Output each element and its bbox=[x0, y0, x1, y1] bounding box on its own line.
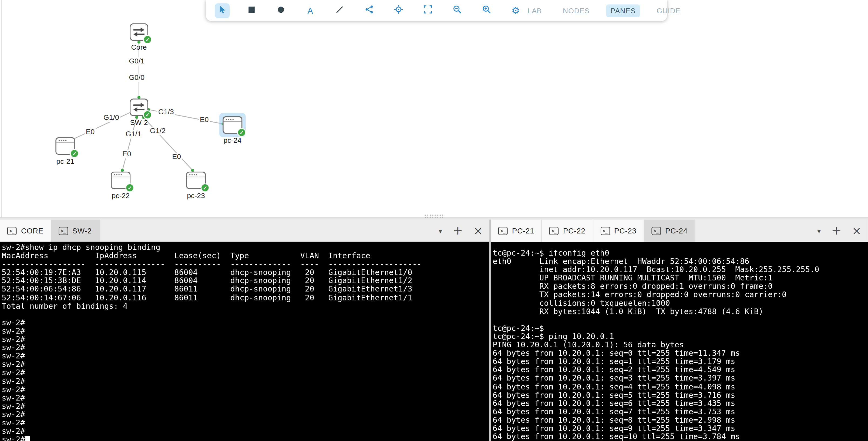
terminal-line bbox=[493, 316, 868, 324]
ellipse-icon bbox=[276, 5, 286, 16]
toolbar-tab-nodes[interactable]: NODES bbox=[558, 4, 594, 17]
switch-icon: ✓ bbox=[130, 99, 149, 116]
terminal-line: 52:54:00:06:54:86 10.20.0.117 86011 dhcp… bbox=[2, 285, 489, 294]
terminal-icon: >_ bbox=[7, 227, 17, 235]
pane-resize-handle[interactable] bbox=[424, 214, 445, 218]
terminal-line: sw-2# bbox=[2, 377, 489, 385]
terminal-icon: >_ bbox=[58, 227, 68, 235]
app-window: G0/1G0/0G1/0E0G1/3E0G1/1E0G1/2E0✓Core✓SW… bbox=[0, 0, 868, 441]
terminal-line bbox=[2, 310, 489, 318]
tool-connect[interactable] bbox=[361, 3, 376, 18]
interface-label: G1/3 bbox=[157, 108, 175, 116]
status-ok-icon: ✓ bbox=[126, 184, 133, 192]
terminal-line: RX bytes:1044 (1.0 KiB) TX bytes:4788 (4… bbox=[493, 307, 868, 316]
tool-fit-view[interactable] bbox=[420, 3, 435, 18]
tool-settings[interactable]: ⚙ bbox=[508, 3, 523, 18]
terminal-line: RX packets:8 errors:0 dropped:1 overruns… bbox=[493, 282, 868, 291]
terminal-line: sw-2# bbox=[2, 419, 489, 427]
terminal-cursor bbox=[25, 436, 30, 441]
terminal-icon: >_ bbox=[651, 227, 661, 235]
pane-close-button[interactable]: × bbox=[473, 225, 483, 236]
terminal-line: Total number of bindings: 4 bbox=[2, 302, 489, 310]
pane-controls: ▾ + × bbox=[439, 220, 489, 242]
toolbar-tab-guide[interactable]: GUIDE bbox=[652, 4, 685, 17]
line-icon bbox=[335, 5, 344, 16]
rect-icon bbox=[247, 5, 256, 16]
terminal-right[interactable]: tc@pc-24:~$ ifconfig eth0eth0 Link encap… bbox=[491, 242, 868, 441]
terminal-line: sw-2# bbox=[2, 344, 489, 352]
terminal-line: sw-2# bbox=[2, 385, 489, 394]
node-pc-21[interactable]: ✓pc-21 bbox=[55, 137, 75, 155]
terminal-line: 64 bytes from 10.20.0.1: seq=6 ttl=255 t… bbox=[493, 399, 868, 408]
tool-zoom-in[interactable] bbox=[479, 3, 494, 18]
node-core[interactable]: ✓Core bbox=[130, 23, 149, 41]
console-tab-pc-21[interactable]: >_PC-21 bbox=[491, 220, 542, 242]
console-tab-core[interactable]: >_CORE bbox=[0, 220, 51, 242]
toolbar-tab-group: LABNODESPANESGUIDE bbox=[523, 4, 685, 17]
topology-nodes: G0/1G0/0G1/0E0G1/3E0G1/1E0G1/2E0✓Core✓SW… bbox=[0, 0, 868, 217]
terminal-line: sw-2# bbox=[2, 410, 489, 419]
terminal-icon: >_ bbox=[498, 227, 508, 235]
node-label: Core bbox=[131, 43, 147, 52]
pane-add-button[interactable]: + bbox=[831, 225, 841, 237]
console-area: >_CORE>_SW-2 ▾ + × sw-2#show ip dhcp sno… bbox=[0, 220, 868, 441]
topology-canvas[interactable]: G0/1G0/0G1/0E0G1/3E0G1/1E0G1/2E0✓Core✓SW… bbox=[0, 0, 868, 217]
console-tab-sw-2[interactable]: >_SW-2 bbox=[51, 220, 100, 242]
console-tab-pc-24[interactable]: >_PC-24 bbox=[644, 220, 695, 242]
interface-label: E0 bbox=[171, 153, 182, 161]
console-tab-pc-23[interactable]: >_PC-23 bbox=[593, 220, 644, 242]
tool-ellipse[interactable] bbox=[274, 3, 288, 18]
terminal-line: sw-2#show ip dhcp snooping binding bbox=[2, 243, 489, 252]
pane-tab-bar: >_CORE>_SW-2 ▾ + × bbox=[0, 220, 489, 242]
pc-icon: ✓ bbox=[222, 116, 243, 134]
node-sw-2[interactable]: ✓SW-2 bbox=[130, 99, 149, 116]
console-tab-label: PC-21 bbox=[512, 227, 534, 235]
zoom-in-icon bbox=[481, 4, 491, 16]
tool-line[interactable] bbox=[332, 3, 347, 18]
terminal-line: UP BROADCAST RUNNING MULTICAST MTU:1500 … bbox=[493, 274, 868, 282]
pc-icon: ✓ bbox=[111, 171, 131, 189]
interface-label: G1/2 bbox=[149, 127, 167, 135]
terminal-line: sw-2# bbox=[2, 402, 489, 410]
chevron-down-icon[interactable]: ▾ bbox=[817, 227, 821, 234]
interface-label: G1/0 bbox=[102, 114, 120, 122]
console-tab-label: PC-24 bbox=[665, 227, 688, 235]
tool-zoom-out[interactable] bbox=[450, 3, 464, 18]
pointer-icon bbox=[218, 5, 227, 16]
node-pc-24[interactable]: ✓pc-24 bbox=[222, 116, 243, 134]
terminal-icon: >_ bbox=[600, 227, 610, 235]
node-label: pc-22 bbox=[112, 191, 130, 200]
tool-crosshair[interactable] bbox=[391, 3, 406, 18]
terminal-line: sw-2# bbox=[2, 352, 489, 360]
terminal-line: 64 bytes from 10.20.0.1: seq=9 ttl=255 t… bbox=[493, 424, 868, 433]
console-tab-pc-22[interactable]: >_PC-22 bbox=[542, 220, 593, 242]
node-pc-23[interactable]: ✓pc-23 bbox=[186, 171, 206, 189]
terminal-left[interactable]: sw-2#show ip dhcp snooping bindingMacAdd… bbox=[0, 242, 489, 441]
status-ok-icon: ✓ bbox=[144, 111, 151, 118]
terminal-line: 64 bytes from 10.20.0.1: seq=0 ttl=255 t… bbox=[493, 349, 868, 358]
console-tab-label: PC-23 bbox=[614, 227, 637, 235]
vertical-divider[interactable] bbox=[489, 220, 491, 441]
terminal-line: 52:54:00:14:67:06 10.20.0.116 86011 dhcp… bbox=[2, 293, 489, 302]
pane-add-button[interactable]: + bbox=[453, 225, 463, 237]
interface-label: E0 bbox=[199, 116, 210, 124]
node-pc-22[interactable]: ✓pc-22 bbox=[111, 171, 131, 189]
tool-rect[interactable] bbox=[244, 3, 259, 18]
node-label: pc-23 bbox=[187, 191, 205, 200]
tool-pointer[interactable] bbox=[215, 3, 229, 18]
toolbar-tab-lab[interactable]: LAB bbox=[523, 4, 546, 17]
terminal-line: 64 bytes from 10.20.0.1: seq=5 ttl=255 t… bbox=[493, 391, 868, 399]
terminal-line: sw-2# bbox=[2, 335, 489, 344]
toolbar-tab-panes[interactable]: PANES bbox=[606, 4, 640, 17]
pane-close-button[interactable]: × bbox=[852, 225, 861, 236]
chevron-down-icon[interactable]: ▾ bbox=[439, 227, 442, 234]
pane-tab-bar: >_PC-21>_PC-22>_PC-23>_PC-24 ▾ + × bbox=[491, 220, 868, 242]
interface-label: E0 bbox=[85, 128, 96, 137]
terminal-line: sw-2# bbox=[2, 427, 489, 435]
horizontal-divider[interactable] bbox=[0, 217, 868, 220]
terminal-line: 64 bytes from 10.20.0.1: seq=4 ttl=255 t… bbox=[493, 382, 868, 391]
terminal-line: sw-2# bbox=[2, 327, 489, 335]
terminal-line: 64 bytes from 10.20.0.1: seq=3 ttl=255 t… bbox=[493, 374, 868, 382]
node-label: pc-24 bbox=[224, 136, 242, 144]
tool-text[interactable]: A bbox=[303, 3, 318, 18]
